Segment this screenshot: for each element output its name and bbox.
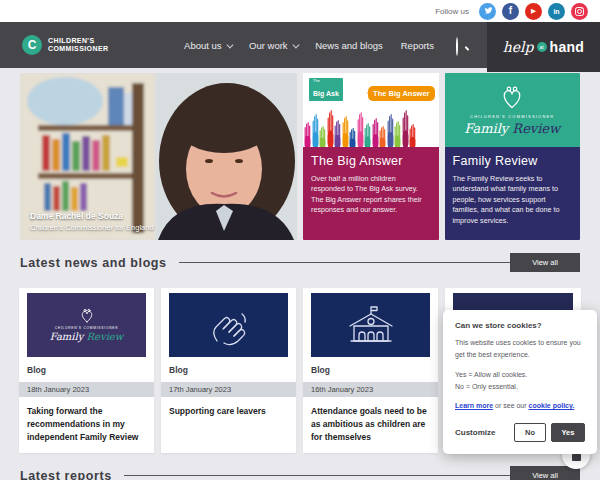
news-date: 18th January 2023: [19, 382, 154, 397]
news-date: 16th January 2023: [303, 382, 438, 397]
instagram-camera-glyph: [575, 7, 584, 16]
linkedin-icon[interactable]: in: [548, 3, 565, 20]
big-answer-bubble: The Big Answer: [368, 86, 434, 101]
reports-view-all-button[interactable]: View all: [510, 466, 580, 480]
news-card-attendance[interactable]: Blog 16th January 2023 Attendance goals …: [303, 288, 438, 453]
news-kind-label: Blog: [27, 365, 146, 375]
cookie-no-line: No = Only essential.: [455, 381, 585, 393]
news-kind-label: Blog: [169, 365, 288, 375]
cookie-links-middle-text: or see our: [493, 402, 528, 409]
youtube-glyph: ▶: [531, 8, 536, 15]
instagram-icon[interactable]: [571, 3, 588, 20]
youtube-icon[interactable]: ▶: [525, 3, 542, 20]
clasped-hands-icon: [206, 304, 252, 346]
family-review-panel: Family Review The Family Review seeks to…: [445, 147, 581, 240]
nav-item-label: Our work: [249, 40, 288, 51]
hero-card-commissioner[interactable]: Dame Rachel de Souza Children's Commissi…: [20, 73, 297, 240]
commissioner-role: Children's Commissioner for England: [30, 223, 154, 232]
big-answer-artwork: The Big Ask The Big Answer: [303, 73, 439, 147]
news-heading: Latest news and blogs: [20, 256, 167, 270]
family-review-description: The Family Review seeks to understand wh…: [453, 174, 573, 226]
school-building-icon: [342, 304, 400, 346]
help-at-hand-logo[interactable]: help at hand: [487, 22, 600, 72]
nav-item-news-and-blogs[interactable]: News and blogs: [315, 40, 383, 51]
family-review-wordmark: Family Review: [464, 122, 560, 135]
main-navigation: C CHILDREN'SCOMMISSIONER About us Our wo…: [0, 22, 600, 68]
chevron-down-icon: [226, 41, 232, 47]
nav-item-our-work[interactable]: Our work: [249, 40, 297, 51]
family-review-brand: CHILDREN'S COMMISSIONER: [470, 114, 554, 119]
lock-icon: [572, 454, 581, 461]
family-heart-icon: [499, 85, 525, 111]
site-logo[interactable]: C CHILDREN'SCOMMISSIONER: [22, 35, 108, 55]
hero-card-big-answer[interactable]: The Big Ask The Big Answer The Big Answe…: [303, 73, 439, 240]
follow-us-label: Follow us: [435, 7, 469, 16]
help-at-circle-icon: at: [537, 42, 547, 52]
divider-line: [124, 475, 510, 476]
top-bar: Follow us f ▶ in: [0, 0, 600, 22]
news-kind-label: Blog: [311, 365, 430, 375]
news-image-clasped-hands: [169, 293, 288, 357]
photo-caption: Dame Rachel de Souza Children's Commissi…: [30, 211, 154, 232]
cc-logo-text: CHILDREN'SCOMMISSIONER: [48, 37, 108, 54]
nav-item-label: About us: [184, 40, 222, 51]
news-section-header: Latest news and blogs View all: [0, 253, 600, 272]
raised-hands-art: [303, 108, 439, 147]
big-answer-title: The Big Answer: [311, 154, 431, 168]
news-card-family-review[interactable]: CHILDREN'S COMMISSIONER Family Review Bl…: [19, 288, 154, 453]
family-review-title: Family Review: [453, 154, 573, 168]
news-title: Supporting care leavers: [169, 405, 288, 418]
news-title: Taking forward the recommendations in my…: [27, 405, 146, 443]
commissioner-name: Dame Rachel de Souza: [30, 211, 154, 221]
big-answer-description: Over half a million children responded t…: [311, 174, 431, 216]
hero-card-family-review[interactable]: CHILDREN'S COMMISSIONER Family Review Fa…: [445, 73, 581, 240]
mini-logo-wordmark: Family Review: [50, 332, 124, 342]
big-answer-panel: The Big Answer Over half a million child…: [303, 147, 439, 240]
search-icon[interactable]: [456, 38, 471, 53]
nav-item-label: News and blogs: [315, 40, 383, 51]
nav-item-label: Reports: [401, 40, 434, 51]
cookie-actions: Customize No Yes: [455, 423, 585, 442]
divider-line: [179, 262, 510, 263]
twitter-icon[interactable]: [479, 3, 496, 20]
cookie-yes-button[interactable]: Yes: [551, 423, 585, 442]
reports-section-header: Latest reports View all: [0, 466, 600, 480]
cookie-options-text: Yes = Allow all cookies. No = Only essen…: [455, 369, 585, 392]
help-script-text: help: [503, 39, 534, 55]
family-heart-icon: [79, 308, 95, 324]
news-date: 17th January 2023: [161, 382, 296, 397]
nav-item-reports[interactable]: Reports: [401, 40, 434, 51]
reports-heading: Latest reports: [20, 469, 112, 480]
cookie-policy-link[interactable]: cookie policy.: [529, 402, 575, 409]
nav-item-about-us[interactable]: About us: [184, 40, 231, 51]
news-image-family-review-logo: CHILDREN'S COMMISSIONER Family Review: [27, 293, 146, 357]
cookie-no-button[interactable]: No: [514, 423, 546, 442]
customize-button[interactable]: Customize: [455, 428, 495, 437]
hero-section: Dame Rachel de Souza Children's Commissi…: [0, 68, 600, 240]
chevron-down-icon: [292, 41, 298, 47]
learn-more-link[interactable]: Learn more: [455, 402, 493, 409]
cc-logo-icon: C: [22, 35, 42, 55]
facebook-icon[interactable]: f: [502, 3, 519, 20]
help-bold-text: hand: [550, 39, 585, 55]
news-image-school-building: [311, 293, 430, 357]
linkedin-glyph: in: [553, 8, 559, 15]
news-title: Attendance goals need to be as ambitious…: [311, 405, 430, 443]
news-view-all-button[interactable]: View all: [510, 253, 580, 272]
family-review-artwork: CHILDREN'S COMMISSIONER Family Review: [445, 73, 581, 147]
cookie-title: Can we store cookies?: [455, 321, 585, 330]
cookie-links-line: Learn more or see our cookie policy.: [455, 402, 585, 409]
cookie-yes-line: Yes = Allow all cookies.: [455, 369, 585, 381]
big-ask-badge: The Big Ask: [309, 78, 343, 101]
cookie-consent-dialog: Can we store cookies? This website uses …: [443, 310, 597, 454]
mini-logo-brand: CHILDREN'S COMMISSIONER: [55, 326, 119, 330]
facebook-glyph: f: [509, 6, 512, 16]
search-glass: [456, 37, 458, 56]
cookie-body: This website uses cookies to ensure you …: [455, 337, 585, 360]
news-card-care-leavers[interactable]: Blog 17th January 2023 Supporting care l…: [161, 288, 296, 453]
